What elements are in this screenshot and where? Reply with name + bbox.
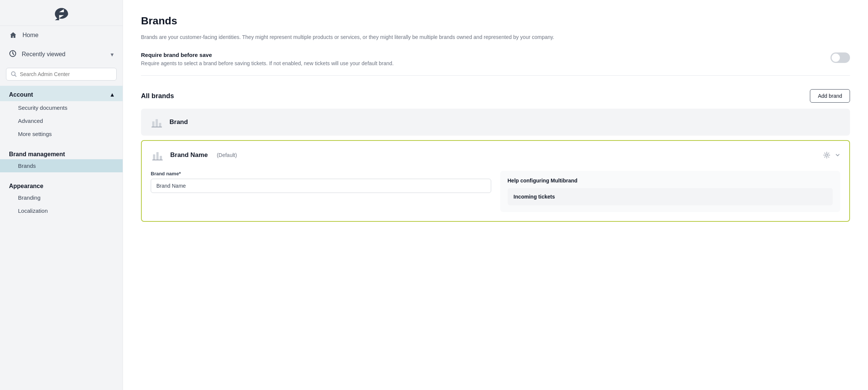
search-input[interactable]: [20, 71, 112, 77]
svg-rect-7: [156, 152, 159, 160]
sidebar-item-branding[interactable]: Branding: [0, 191, 123, 204]
appearance-label: Appearance: [9, 183, 43, 189]
sidebar: Home Recently viewed ▾ Account: [0, 0, 123, 390]
account-sub-items: Security documents Advanced More setting…: [0, 101, 123, 140]
recently-viewed-label: Recently viewed: [22, 51, 66, 58]
add-brand-button[interactable]: Add brand: [810, 89, 850, 103]
brand-name-1: Brand Name: [170, 151, 208, 159]
help-box-title: Help configuring Multibrand: [508, 178, 833, 184]
branding-label: Branding: [18, 194, 40, 201]
localization-label: Localization: [18, 208, 48, 214]
svg-point-10: [826, 154, 828, 156]
all-brands-header: All brands Add brand: [141, 89, 850, 103]
incoming-tickets-box: Incoming tickets: [508, 188, 833, 205]
brand-name-field[interactable]: [151, 179, 491, 193]
brand-card-expanded: Brand Name (Default): [141, 140, 850, 222]
main-content: Brands Brands are your customer-facing i…: [123, 0, 868, 390]
sidebar-item-home[interactable]: Home: [0, 26, 123, 45]
account-chevron-icon: ▴: [111, 91, 114, 98]
recently-viewed-chevron-icon: ▾: [111, 51, 114, 58]
search-icon: [11, 71, 17, 77]
sidebar-item-brands[interactable]: Brands: [0, 159, 123, 172]
svg-rect-3: [156, 119, 158, 127]
brand-collapse-button[interactable]: [835, 152, 840, 158]
incoming-tickets-label: Incoming tickets: [514, 194, 555, 200]
home-label: Home: [22, 32, 39, 39]
brand-card-actions: [822, 150, 840, 160]
svg-rect-4: [159, 123, 161, 127]
search-box[interactable]: [6, 68, 117, 81]
brand-card-header: Brand Name (Default): [151, 148, 840, 162]
gear-icon: [823, 152, 830, 158]
recently-viewed-left: Recently viewed: [9, 50, 66, 59]
logo-area: [0, 0, 123, 26]
clock-icon: [9, 50, 16, 59]
brand-management-group: Brand management Brands: [0, 145, 123, 172]
brand-settings-button[interactable]: [822, 150, 832, 160]
svg-rect-6: [153, 154, 155, 160]
brand-row-0: Brand: [141, 109, 850, 136]
advanced-label: Advanced: [18, 118, 43, 124]
svg-rect-8: [160, 156, 162, 160]
toggle-knob: [832, 54, 840, 62]
brand-management-section: Brand management: [0, 145, 123, 159]
require-brand-toggle[interactable]: [831, 52, 850, 63]
chevron-down-icon: [835, 152, 840, 158]
require-brand-text: Require brand before save Require agents…: [141, 52, 394, 66]
svg-rect-5: [151, 127, 162, 127]
svg-rect-9: [152, 160, 163, 160]
brand-management-label: Brand management: [9, 151, 65, 157]
all-brands-title: All brands: [141, 92, 174, 100]
sidebar-item-advanced[interactable]: Advanced: [0, 114, 123, 127]
brands-label: Brands: [18, 163, 36, 169]
require-brand-title: Require brand before save: [141, 52, 394, 58]
home-icon: [9, 31, 17, 39]
brand-icon-0: [150, 115, 163, 129]
sidebar-item-more-settings[interactable]: More settings: [0, 127, 123, 140]
security-documents-label: Security documents: [18, 105, 67, 111]
sidebar-item-localization[interactable]: Localization: [0, 204, 123, 217]
page-description: Brands are your customer-facing identiti…: [141, 33, 850, 41]
account-section-header[interactable]: Account ▴: [0, 86, 123, 101]
brand-name-form-group: Brand name*: [151, 171, 491, 212]
sidebar-item-security-documents[interactable]: Security documents: [0, 101, 123, 114]
search-container: [0, 64, 123, 86]
brand-name-0: Brand: [169, 118, 188, 126]
brand-name-form-label: Brand name*: [151, 171, 491, 176]
account-label: Account: [9, 91, 33, 98]
brand-default-badge: (Default): [217, 152, 237, 158]
help-box: Help configuring Multibrand Incoming tic…: [500, 171, 841, 212]
account-group: Account ▴ Security documents Advanced Mo…: [0, 86, 123, 140]
appearance-group: Appearance Branding Localization: [0, 177, 123, 217]
sidebar-item-recently-viewed[interactable]: Recently viewed ▾: [0, 45, 123, 64]
brand-card-header-left: Brand Name (Default): [151, 148, 237, 162]
zendesk-logo: [52, 7, 70, 20]
more-settings-label: More settings: [18, 131, 52, 137]
appearance-section: Appearance: [0, 177, 123, 191]
brand-form-grid: Brand name* Help configuring Multibrand …: [151, 171, 840, 212]
page-title: Brands: [141, 15, 850, 27]
brand-icon-1: [151, 148, 164, 162]
svg-rect-2: [152, 121, 154, 127]
require-brand-description: Require agents to select a brand before …: [141, 60, 394, 66]
require-brand-section: Require brand before save Require agents…: [141, 52, 850, 76]
